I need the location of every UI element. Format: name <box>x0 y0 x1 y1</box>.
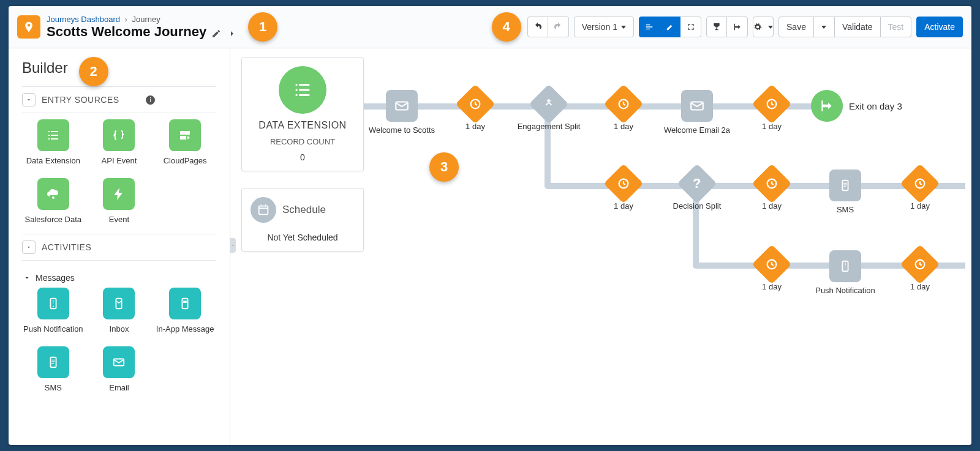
svg-rect-4 <box>183 299 188 309</box>
exit-criteria-button[interactable] <box>727 17 748 37</box>
decision-split-icon: ? <box>677 163 717 203</box>
svg-text:!: ! <box>53 299 54 305</box>
lightning-icon <box>103 178 135 210</box>
chevron-down-icon <box>821 26 826 29</box>
palette-data-extension[interactable]: Data Extension <box>22 119 85 166</box>
clock-icon <box>752 244 791 284</box>
test-button[interactable]: Test <box>881 17 912 37</box>
cloud-icon <box>37 178 69 210</box>
email-icon <box>681 90 713 122</box>
node-decision-split[interactable]: ? Decision Split <box>660 170 734 211</box>
clock-icon <box>752 163 791 203</box>
push-icon: ! <box>829 250 861 282</box>
node-wait-3b[interactable]: 1 day <box>735 170 809 211</box>
node-engagement-split[interactable]: Engagement Split <box>512 90 586 132</box>
edit-title-icon[interactable] <box>211 26 222 37</box>
palette-email[interactable]: Email <box>88 346 151 393</box>
info-icon[interactable]: i <box>146 95 155 105</box>
palette-api-event[interactable]: API Event <box>88 119 151 166</box>
svg-rect-1 <box>53 306 54 307</box>
svg-rect-8 <box>259 206 268 215</box>
annotation-1: 1 <box>248 12 277 42</box>
builder-sidebar: Builder 2 ENTRY SOURCES i Data Extension <box>9 48 230 445</box>
save-dropdown-button[interactable] <box>814 17 835 37</box>
node-wait-3a[interactable]: 1 day <box>735 90 809 132</box>
edit-mode-button[interactable] <box>660 17 680 37</box>
braces-icon <box>103 119 135 151</box>
exit-icon <box>811 90 843 122</box>
palette-inbox[interactable]: Inbox <box>88 288 151 334</box>
messages-toggle[interactable]: Messages <box>22 267 216 288</box>
breadcrumb: Journeys Dashboard › Journey Scotts Welc… <box>47 15 238 40</box>
push-icon: ! <box>37 288 69 319</box>
email-icon <box>103 346 135 378</box>
goal-button[interactable] <box>706 17 727 37</box>
chevron-right-icon[interactable] <box>227 26 238 37</box>
inapp-icon <box>169 288 201 319</box>
node-email-welcome[interactable]: Welcome to Scotts <box>365 90 439 135</box>
node-wait-2b[interactable]: 1 day <box>587 170 660 211</box>
entry-source-card[interactable]: DATA EXTENSION RECORD COUNT 0 <box>241 57 364 171</box>
builder-title: Builder <box>22 59 68 76</box>
node-exit[interactable] <box>809 90 845 122</box>
cloudpages-icon <box>169 119 201 151</box>
palette-event[interactable]: Event <box>88 178 151 225</box>
breadcrumb-leaf: Journey <box>132 15 160 24</box>
breadcrumb-root-link[interactable]: Journeys Dashboard <box>47 15 120 24</box>
node-sms[interactable]: SMS <box>809 170 882 215</box>
node-email-2a[interactable]: Welcome Email 2a <box>660 90 734 135</box>
palette-inapp[interactable]: In-App Message <box>154 288 216 334</box>
node-wait-2a[interactable]: 1 day <box>587 90 660 132</box>
validate-button[interactable]: Validate <box>835 17 881 37</box>
redo-button[interactable] <box>548 17 569 37</box>
page-title: Scotts Welcome Journey <box>47 24 206 40</box>
palette-cloudpages[interactable]: CloudPages <box>154 119 216 166</box>
clock-icon <box>603 163 643 203</box>
activities-toggle[interactable] <box>22 240 36 254</box>
node-wait-4c[interactable]: 1 day <box>883 250 957 292</box>
list-icon <box>37 119 69 151</box>
entry-sources-header: ENTRY SOURCES <box>42 95 119 105</box>
journey-icon <box>17 15 40 39</box>
svg-rect-6 <box>50 357 56 368</box>
undo-button[interactable] <box>527 17 548 37</box>
clock-icon <box>752 84 791 124</box>
svg-rect-5 <box>183 301 187 304</box>
annotation-3: 3 <box>429 152 459 182</box>
clock-icon <box>900 244 940 284</box>
node-wait-1[interactable]: 1 day <box>439 90 512 132</box>
svg-rect-18 <box>842 181 848 191</box>
svg-point-10 <box>265 204 266 206</box>
chevron-down-icon <box>768 26 773 29</box>
palette-salesforce-data[interactable]: Salesforce Data <box>22 178 85 225</box>
calendar-icon <box>251 197 276 223</box>
node-wait-3c[interactable]: 1 day <box>735 250 809 292</box>
node-wait-4b[interactable]: 1 day <box>883 170 957 211</box>
chevron-down-icon <box>621 26 626 29</box>
svg-point-9 <box>260 204 262 206</box>
engagement-split-icon <box>529 84 568 124</box>
version-dropdown[interactable]: Version 1 <box>574 17 634 37</box>
svg-text:!: ! <box>844 261 846 269</box>
entry-sources-toggle[interactable] <box>22 93 36 106</box>
clock-icon <box>603 84 643 124</box>
svg-rect-3 <box>116 299 122 309</box>
collapse-sidebar-button[interactable] <box>230 238 236 253</box>
annotation-4: 4 <box>492 12 521 42</box>
expand-button[interactable] <box>680 17 701 37</box>
schedule-card[interactable]: Schedule Not Yet Scheduled <box>241 188 364 252</box>
palette-sms[interactable]: SMS <box>22 346 85 393</box>
node-push[interactable]: ! Push Notification <box>809 250 882 296</box>
activate-button[interactable]: Activate <box>916 17 963 37</box>
list-icon <box>279 66 326 114</box>
journey-canvas[interactable]: DATA EXTENSION RECORD COUNT 0 Schedule N… <box>230 48 971 445</box>
exit-label: Exit on day 3 <box>849 101 902 111</box>
view-mode-flow-button[interactable] <box>639 17 660 37</box>
palette-push[interactable]: ! Push Notification <box>22 288 85 334</box>
annotation-2: 2 <box>79 57 108 86</box>
save-button[interactable]: Save <box>778 17 814 37</box>
settings-dropdown[interactable] <box>753 17 774 37</box>
activities-header: ACTIVITIES <box>42 242 91 252</box>
clock-icon <box>900 163 940 203</box>
email-icon <box>386 90 418 122</box>
